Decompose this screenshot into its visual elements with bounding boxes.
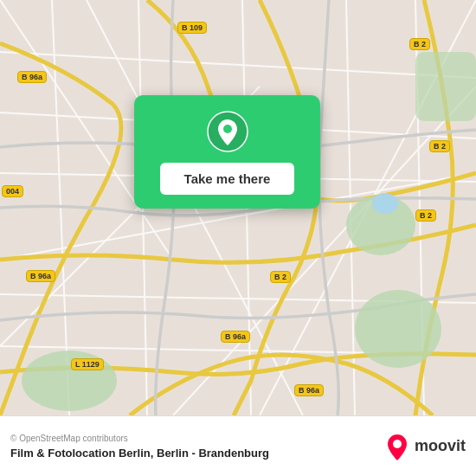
svg-point-22 — [223, 125, 232, 133]
moovit-logo: moovit — [383, 433, 466, 460]
road-badge-b96a-center-bot: B 96a — [221, 331, 250, 343]
svg-rect-19 — [415, 52, 476, 121]
map-container: B 96a B 109 B 2 B 2 B 2 004 B 96a B 2 B … — [0, 0, 476, 415]
moovit-icon — [383, 433, 411, 460]
road-badge-l1129: L 1129 — [71, 358, 104, 370]
road-badge-b2-right-top: B 2 — [429, 140, 450, 152]
take-me-there-button[interactable]: Take me there — [160, 163, 295, 195]
road-badge-b2-right-mid: B 2 — [415, 209, 436, 222]
road-badge-b2-top-right: B 2 — [409, 38, 430, 50]
bottom-bar: © OpenStreetMap contributors Film & Foto… — [0, 415, 476, 476]
svg-point-17 — [355, 290, 441, 368]
location-card: Take me there — [134, 95, 320, 209]
moovit-brand-text: moovit — [415, 437, 466, 455]
road-badge-b96a-top: B 96a — [17, 71, 47, 83]
svg-point-20 — [372, 193, 398, 214]
road-badge-b96a-left: B 96a — [26, 270, 55, 282]
road-badge-b109: B 109 — [177, 22, 207, 34]
attribution-text: © OpenStreetMap contributors — [10, 434, 269, 443]
location-name-label: Film & Fotolocation Berlin, Berlin - Bra… — [10, 447, 269, 460]
road-badge-004: 004 — [2, 185, 23, 197]
bottom-info: © OpenStreetMap contributors Film & Foto… — [10, 434, 269, 460]
road-badge-b96a-bot-right: B 96a — [294, 384, 324, 396]
svg-point-23 — [393, 440, 402, 448]
location-pin-icon — [207, 111, 248, 152]
road-badge-b2-center: B 2 — [270, 271, 291, 283]
